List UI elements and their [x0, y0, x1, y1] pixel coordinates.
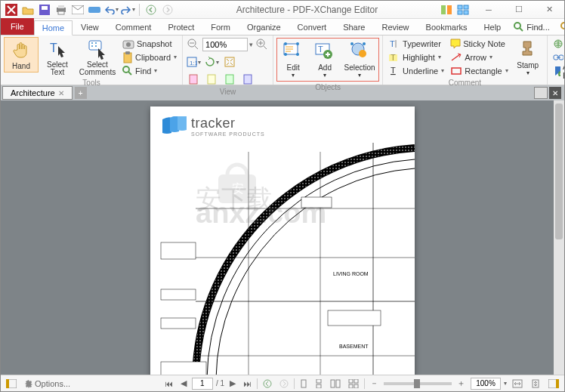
fit-page-button[interactable]	[528, 378, 543, 390]
quicklaunch-icon[interactable]	[455, 2, 471, 17]
prev-page-button[interactable]: ◀	[178, 377, 189, 390]
leftpane-toggle[interactable]	[4, 378, 19, 390]
svg-rect-37	[244, 75, 252, 84]
addbookmark-button[interactable]: Add Bookmark	[551, 64, 565, 77]
zoom-in-button[interactable]	[255, 37, 270, 52]
underline-button[interactable]: TUnderline	[386, 64, 446, 77]
tab-file[interactable]: File	[1, 18, 34, 35]
search-button[interactable]: Search...	[556, 20, 565, 35]
rectangle-button[interactable]: Rectangle	[448, 64, 511, 77]
page-blue-icon[interactable]	[240, 72, 255, 87]
zoom-out-button[interactable]	[186, 37, 201, 52]
find-tool-button[interactable]: Find	[120, 64, 179, 77]
save-icon[interactable]	[37, 2, 52, 17]
add-button[interactable]: T Add▾	[310, 39, 340, 80]
ui-options-icon[interactable]	[439, 2, 454, 17]
clipboard-button[interactable]: Clipboard	[120, 51, 179, 63]
page-green-icon[interactable]	[222, 72, 237, 87]
sb-zoom-out[interactable]: －	[368, 376, 381, 390]
first-page-button[interactable]: ⏮	[162, 378, 175, 390]
svg-point-17	[561, 23, 565, 29]
rotate-button[interactable]	[204, 54, 219, 69]
typewriter-button[interactable]: TTypewriter	[386, 37, 446, 50]
layout-single-button[interactable]	[298, 378, 310, 390]
zoom-slider[interactable]	[384, 382, 452, 385]
next-page-button[interactable]: ▶	[227, 377, 238, 390]
tab-organize[interactable]: Organize	[239, 20, 289, 35]
close-button[interactable]: ✕	[534, 1, 564, 19]
select-comments-tool[interactable]: Select Comments	[76, 37, 119, 78]
tab-view[interactable]: View	[73, 20, 107, 35]
sb-zoom-dropdown[interactable]: ▾	[504, 380, 507, 387]
rightpane-toggle[interactable]	[546, 378, 561, 390]
undo-button[interactable]	[103, 2, 119, 17]
open-icon[interactable]	[20, 2, 36, 17]
group-links-label: Links	[551, 77, 565, 87]
svg-rect-33	[225, 57, 234, 66]
sb-zoom-input[interactable]	[471, 378, 501, 390]
ribbon: Hand T Select Text Select Comments Snaps…	[1, 35, 564, 85]
scan-icon[interactable]	[87, 2, 102, 17]
redo-button[interactable]	[120, 2, 135, 17]
tab-form[interactable]: Form	[202, 20, 239, 35]
tab-convert[interactable]: Convert	[289, 20, 335, 35]
group-tools: Hand T Select Text Select Comments Snaps…	[1, 35, 183, 85]
scroll-thumb[interactable]	[555, 103, 563, 239]
tab-share[interactable]: Share	[335, 20, 373, 35]
weblinks-button[interactable]: Web Links	[551, 37, 565, 50]
zoom-slider-knob[interactable]	[414, 379, 420, 388]
svg-point-78	[264, 380, 271, 387]
tab-bookmarks[interactable]: Bookmarks	[418, 20, 476, 35]
tab-protect[interactable]: Protect	[159, 20, 202, 35]
add-tab-button[interactable]: +	[75, 87, 87, 99]
print-icon[interactable]	[54, 2, 69, 17]
group-comment: TTypewriter THighlight TUnderline Sticky…	[383, 35, 548, 85]
zoom-dropdown[interactable]: ▾	[249, 41, 253, 48]
hand-tool[interactable]: Hand	[4, 37, 39, 73]
page-input[interactable]	[192, 378, 213, 390]
tab-help[interactable]: Help	[476, 20, 510, 35]
sb-nav-fwd[interactable]	[277, 378, 291, 390]
sticky-note-button[interactable]: Sticky Note	[448, 37, 511, 50]
sb-zoom-in[interactable]: ＋	[455, 376, 468, 390]
email-icon[interactable]	[70, 2, 85, 17]
tabs-close-all[interactable]: ✕	[549, 87, 561, 99]
vertical-scrollbar[interactable]	[554, 100, 564, 375]
svg-rect-11	[447, 5, 452, 14]
tab-comment[interactable]: Comment	[107, 20, 160, 35]
find-button[interactable]: Find...	[509, 20, 554, 35]
highlight-button[interactable]: THighlight	[386, 51, 446, 63]
tab-home[interactable]: Home	[34, 20, 73, 35]
edit-button[interactable]: Edit▾	[278, 39, 308, 80]
options-button[interactable]: Options...	[22, 378, 73, 390]
layout-2cont-button[interactable]	[346, 378, 361, 390]
tab-preview[interactable]	[534, 87, 548, 99]
page-thumb-icon[interactable]	[186, 72, 201, 87]
statusbar: Options... ⏮ ◀ / 1 ▶ ⏭ － ＋ ▾	[1, 375, 564, 391]
last-page-button[interactable]: ⏭	[241, 378, 254, 390]
maximize-button[interactable]: ☐	[504, 1, 534, 19]
arrow-button[interactable]: Arrow	[448, 51, 511, 63]
layout-2page-button[interactable]	[328, 378, 343, 390]
selection-button[interactable]: Selection▾	[341, 39, 378, 80]
doc-tab-close[interactable]: ✕	[58, 89, 64, 97]
nav-fwd-button[interactable]	[160, 2, 175, 17]
select-text-tool[interactable]: T Select Text	[40, 37, 75, 78]
svg-text:1:1: 1:1	[190, 60, 197, 66]
tab-review[interactable]: Review	[373, 20, 417, 35]
fit-width-button[interactable]	[510, 378, 525, 390]
page-yellow-icon[interactable]	[204, 72, 219, 87]
fitpage-button[interactable]	[222, 54, 237, 69]
snapshot-button[interactable]: Snapshot	[120, 37, 179, 50]
layout-cont-button[interactable]	[313, 378, 325, 390]
zoom-input[interactable]	[202, 38, 248, 51]
actualsize-button[interactable]: 1:1	[186, 54, 201, 69]
svg-rect-72	[328, 310, 381, 326]
nav-back-button[interactable]	[144, 2, 159, 17]
stamp-button[interactable]: Stamp▾	[512, 37, 544, 78]
svg-rect-10	[441, 5, 446, 14]
document-viewer[interactable]: tracker SOFTWARE PRODUCTS LIVING ROOM	[1, 100, 564, 375]
minimize-button[interactable]: ─	[474, 1, 504, 19]
sb-nav-back[interactable]	[261, 378, 274, 390]
doc-tab-active[interactable]: Architecture ✕	[2, 86, 73, 100]
